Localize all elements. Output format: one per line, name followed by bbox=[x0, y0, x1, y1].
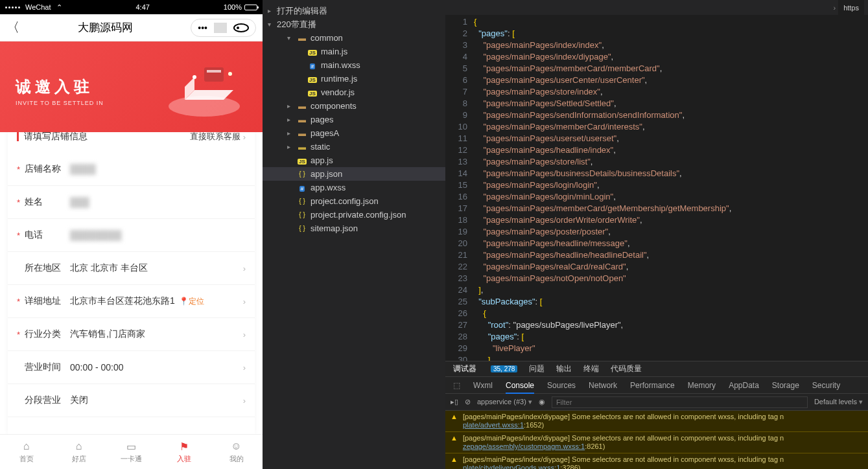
tab-icon: ☺ bbox=[230, 440, 243, 453]
form-row[interactable]: 分段营业关闭› bbox=[8, 384, 255, 417]
status-bar: WeChat ⌃ 4:47 100% bbox=[0, 0, 263, 14]
tree-item[interactable]: JSapp.js bbox=[263, 154, 445, 167]
form-row: *电话████████ bbox=[8, 219, 255, 252]
svg-point-5 bbox=[193, 75, 196, 79]
tree-item[interactable]: ▸▬pages bbox=[263, 113, 445, 126]
tree-item[interactable]: { }project.private.config.json bbox=[263, 208, 445, 222]
devtab-调试器[interactable]: 调试器 bbox=[453, 363, 476, 374]
tab-icon: ⌂ bbox=[20, 440, 33, 453]
battery-percent: 100% bbox=[224, 3, 242, 11]
devtools-panel-tabs: ⬚ WxmlConsoleSourcesNetworkPerformanceMe… bbox=[445, 377, 868, 394]
devtools: 调试器35, 278问题输出终端代码质量 ⬚ WxmlConsoleSource… bbox=[445, 361, 868, 469]
tab-icon: ⌂ bbox=[73, 440, 86, 453]
panel-tab-Security[interactable]: Security bbox=[812, 381, 840, 390]
levels-select[interactable]: Default levels ▾ bbox=[814, 398, 863, 406]
form-card: 请填写店铺信息 直接联系客服› *店铺名称████*姓名███*电话██████… bbox=[8, 120, 255, 434]
tree-item[interactable]: JSruntime.js bbox=[263, 72, 445, 86]
signal-dots: WeChat ⌃ bbox=[5, 3, 62, 12]
carrier-label: WeChat bbox=[25, 3, 51, 11]
clear-console-icon[interactable]: ⊘ bbox=[465, 398, 471, 406]
form-heading: 请填写店铺信息 bbox=[24, 131, 88, 143]
hero-illustration bbox=[159, 54, 250, 119]
console-warning[interactable]: ▲[pages/mainPages/index/diypage] Some se… bbox=[445, 411, 868, 432]
tree-item[interactable]: { }project.config.json bbox=[263, 194, 445, 208]
battery-icon bbox=[244, 5, 257, 10]
code-area[interactable]: 1234567891011121314151617181920212223242… bbox=[445, 15, 868, 361]
panel-tab-Performance[interactable]: Performance bbox=[630, 381, 675, 390]
hero-title-en: INVITE TO BE SETTLED IN bbox=[16, 100, 104, 106]
more-icon[interactable]: ••• bbox=[191, 23, 214, 33]
tab-入驻[interactable]: ⚑入驻 bbox=[158, 435, 210, 469]
tree-item[interactable]: ▸▬static bbox=[263, 140, 445, 154]
panel-tab-Console[interactable]: Console bbox=[506, 377, 534, 394]
tab-bar: ⌂首页⌂好店▭一卡通⚑入驻☺我的 bbox=[0, 434, 263, 469]
panel-tab-Storage[interactable]: Storage bbox=[772, 381, 799, 390]
tree-root[interactable]: ▾220带直播 bbox=[263, 17, 445, 31]
devtools-primary-tabs: 调试器35, 278问题输出终端代码质量 bbox=[445, 361, 868, 377]
devtab-终端[interactable]: 终端 bbox=[583, 363, 599, 374]
wifi-icon: ⌃ bbox=[56, 3, 62, 12]
tree-item[interactable]: ▸▬components bbox=[263, 99, 445, 113]
contact-support-link[interactable]: 直接联系客服› bbox=[190, 131, 246, 143]
nav-title: 大鹏源码网 bbox=[78, 20, 133, 35]
tree-item[interactable]: #main.wxss bbox=[263, 58, 445, 72]
console-filter-input[interactable] bbox=[552, 396, 808, 408]
tab-icon: ▭ bbox=[125, 440, 138, 453]
editor-split-tab[interactable]: https bbox=[838, 0, 864, 15]
tab-首页[interactable]: ⌂首页 bbox=[0, 435, 53, 469]
panel-tab-Network[interactable]: Network bbox=[589, 381, 617, 390]
tree-item[interactable]: { }sitemap.json bbox=[263, 222, 445, 235]
svg-rect-3 bbox=[204, 67, 224, 82]
console-toolbar: ▸▯ ⊘ appservice (#3) ▾ ◉ Default levels … bbox=[445, 394, 868, 411]
devtab-代码质量[interactable]: 代码质量 bbox=[611, 363, 642, 374]
clock: 4:47 bbox=[135, 3, 149, 11]
tab-好店[interactable]: ⌂好店 bbox=[53, 435, 105, 469]
panel-tab-Sources[interactable]: Sources bbox=[547, 381, 576, 390]
editor-top-bar: › https bbox=[445, 0, 868, 15]
form-row[interactable]: 所在地区北京 北京市 丰台区› bbox=[8, 252, 255, 285]
chevron-right-icon[interactable]: › bbox=[833, 4, 836, 12]
sidebar-toggle-icon[interactable]: ▸▯ bbox=[451, 398, 458, 406]
form-row[interactable]: *详细地址北京市丰台区莲花池东路1📍定位› bbox=[8, 285, 255, 318]
panel-tab-Wxml[interactable]: Wxml bbox=[473, 381, 493, 390]
tree-item[interactable]: JSmain.js bbox=[263, 45, 445, 58]
context-select[interactable]: appservice (#3) ▾ bbox=[477, 398, 532, 406]
panel-tab-Memory[interactable]: Memory bbox=[688, 381, 716, 390]
hero-banner: 诚邀入驻 INVITE TO BE SETTLED IN bbox=[0, 41, 263, 132]
tab-我的[interactable]: ☺我的 bbox=[210, 435, 263, 469]
code-editor: › https 12345678910111213141516171819202… bbox=[445, 0, 868, 469]
console-warning[interactable]: ▲[pages/mainPages/index/diypage] Some se… bbox=[445, 432, 868, 453]
devtab-输出[interactable]: 输出 bbox=[556, 363, 572, 374]
warning-icon: ▲ bbox=[451, 413, 458, 421]
svg-point-6 bbox=[228, 72, 232, 76]
warning-icon: ▲ bbox=[451, 455, 458, 464]
tree-item[interactable]: ▾▬common bbox=[263, 31, 445, 45]
form-row[interactable]: *行业分类汽车销售,门店商家› bbox=[8, 318, 255, 351]
capsule-buttons: ••• bbox=[191, 19, 256, 37]
warning-icon: ▲ bbox=[451, 434, 458, 442]
phone-simulator: WeChat ⌃ 4:47 100% 〈 大鹏源码网 ••• 诚邀入驻 INVI… bbox=[0, 0, 263, 469]
form-row: *店铺名称████ bbox=[8, 153, 255, 186]
tree-section-editors[interactable]: ▸打开的编辑器 bbox=[263, 4, 445, 17]
nav-bar: 〈 大鹏源码网 ••• bbox=[0, 14, 263, 41]
tab-icon: ⚑ bbox=[178, 440, 191, 453]
tree-item[interactable]: ▸▬pagesA bbox=[263, 126, 445, 140]
file-explorer[interactable]: ▸打开的编辑器 ▾220带直播 ▾▬commonJSmain.js#main.w… bbox=[263, 0, 445, 469]
console-output[interactable]: ▲[pages/mainPages/index/diypage] Some se… bbox=[445, 411, 868, 469]
svg-rect-4 bbox=[207, 70, 221, 73]
tree-item[interactable]: JSvendor.js bbox=[263, 86, 445, 99]
tree-item[interactable]: { }app.json bbox=[263, 167, 445, 181]
form-row: *姓名███ bbox=[8, 186, 255, 219]
hero-title-cn: 诚邀入驻 bbox=[16, 76, 104, 97]
panel-tab-AppData[interactable]: AppData bbox=[729, 381, 759, 390]
tab-一卡通[interactable]: ▭一卡通 bbox=[105, 435, 158, 469]
back-icon[interactable]: 〈 bbox=[6, 19, 19, 36]
form-row[interactable]: 营业时间00:00 - 00:00› bbox=[8, 351, 255, 384]
console-warning[interactable]: ▲[pages/mainPages/index/diypage] Some se… bbox=[445, 453, 868, 469]
cursor-pos: 35, 278 bbox=[491, 365, 517, 372]
inspect-icon[interactable]: ⬚ bbox=[453, 381, 460, 390]
eye-icon[interactable]: ◉ bbox=[539, 398, 545, 406]
close-mini-icon[interactable] bbox=[227, 23, 255, 32]
devtab-问题[interactable]: 问题 bbox=[529, 363, 545, 374]
tree-item[interactable]: #app.wxss bbox=[263, 181, 445, 194]
